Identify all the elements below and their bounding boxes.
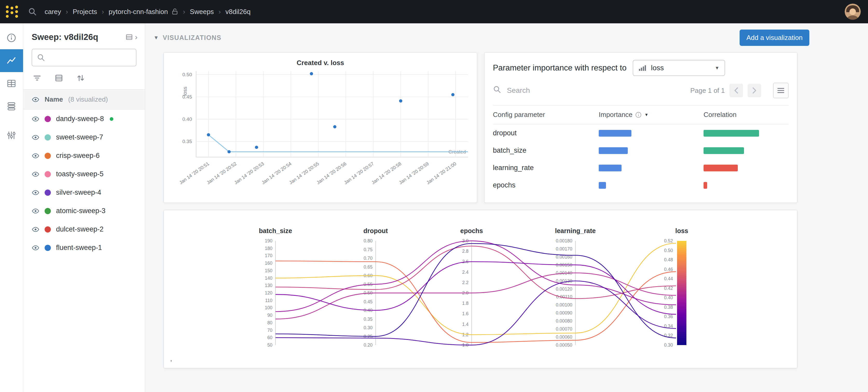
sweep-controls-icon[interactable]	[0, 124, 23, 147]
svg-text:0.00060: 0.00060	[556, 334, 572, 339]
svg-text:0.00070: 0.00070	[556, 326, 572, 332]
svg-text:loss: loss	[675, 227, 688, 234]
run-row[interactable]: fluent-sweep-1	[23, 238, 145, 257]
visibility-eye-icon[interactable]	[32, 226, 39, 233]
sort-desc-icon: ▼	[644, 112, 649, 117]
svg-text:70: 70	[267, 328, 272, 333]
name-column-label: Name	[44, 95, 63, 103]
importance-bar	[599, 147, 628, 154]
svg-text:loss: loss	[182, 87, 188, 96]
correlation-bar	[704, 147, 744, 154]
run-color-dot	[44, 134, 51, 140]
table-menu-button[interactable]	[773, 83, 788, 98]
breadcrumb-separator: ›	[66, 8, 68, 16]
svg-text:0.20: 0.20	[364, 342, 373, 348]
svg-text:180: 180	[265, 246, 273, 251]
importance-column-header[interactable]: Importance ▼	[599, 111, 704, 119]
run-row[interactable]: dulcet-sweep-2	[23, 220, 145, 238]
search-icon[interactable]	[28, 7, 37, 16]
importance-table-row[interactable]: dropout	[493, 125, 788, 142]
user-avatar[interactable]	[845, 4, 861, 20]
svg-text:0.65: 0.65	[364, 264, 373, 270]
svg-text:Jan 14 '20 20:52: Jan 14 '20 20:52	[206, 161, 238, 185]
chevron-right-icon	[752, 87, 756, 94]
svg-text:0.75: 0.75	[364, 247, 373, 252]
svg-text:130: 130	[265, 283, 273, 288]
runs-search-input[interactable]	[32, 49, 136, 66]
breadcrumb-item[interactable]: Projects	[73, 8, 97, 16]
runs-table-icon[interactable]	[0, 72, 23, 95]
visibility-eye-icon[interactable]	[32, 207, 39, 215]
run-row[interactable]: dandy-sweep-8	[23, 110, 145, 128]
importance-table-row[interactable]: epochs	[493, 176, 788, 194]
correlation-column-header[interactable]: Correlation	[704, 111, 788, 119]
parallel-coordinates-panel: batch_size190180170160150140130120110100…	[163, 210, 798, 368]
wandb-logo[interactable]	[0, 0, 24, 23]
group-icon[interactable]	[55, 74, 63, 83]
run-row[interactable]: atomic-sweep-3	[23, 202, 145, 220]
svg-text:1.6: 1.6	[462, 311, 469, 316]
svg-text:2.4: 2.4	[462, 270, 469, 275]
expand-runs-table-button[interactable]: ›	[125, 33, 137, 41]
filter-icon[interactable]	[33, 74, 41, 83]
importance-table-row[interactable]: batch_size	[493, 142, 788, 159]
visibility-eye-icon[interactable]	[32, 133, 39, 141]
breadcrumb-separator: ›	[183, 8, 185, 16]
svg-text:0.52: 0.52	[664, 238, 673, 243]
svg-text:Jan 14 '20 20:53: Jan 14 '20 20:53	[233, 161, 265, 185]
visibility-eye-icon[interactable]	[32, 189, 39, 197]
prev-page-button[interactable]	[730, 84, 743, 97]
next-page-button[interactable]	[748, 84, 761, 97]
svg-text:0.00180: 0.00180	[556, 238, 572, 243]
importance-search-input[interactable]	[506, 86, 686, 95]
svg-text:epochs: epochs	[460, 227, 483, 234]
importance-table-row[interactable]: learning_rate	[493, 159, 788, 176]
visualized-count: (8 visualized)	[68, 95, 108, 103]
metric-select[interactable]: loss ▼	[633, 60, 725, 76]
run-row[interactable]: sweet-sweep-7	[23, 128, 145, 146]
svg-text:0.36: 0.36	[664, 314, 673, 319]
config-parameter-name: dropout	[493, 129, 599, 137]
run-name: crisp-sweep-6	[56, 152, 100, 160]
svg-text:110: 110	[265, 298, 272, 303]
config-parameter-column-header[interactable]: Config parameter	[493, 111, 599, 119]
run-color-dot	[44, 226, 51, 233]
icon-rail	[0, 23, 23, 392]
breadcrumb-item[interactable]: v8dil26q	[225, 8, 251, 16]
chevron-down-icon: ▼	[715, 65, 719, 71]
svg-text:80: 80	[267, 320, 272, 325]
add-visualization-button[interactable]: Add a visualization	[740, 30, 809, 46]
svg-text:0.00090: 0.00090	[556, 311, 572, 316]
visibility-eye-icon[interactable]	[32, 115, 39, 123]
panel-footnote: ,	[170, 355, 172, 363]
run-color-dot	[44, 153, 51, 159]
visibility-eye-icon[interactable]	[32, 170, 39, 178]
run-row[interactable]: silver-sweep-4	[23, 183, 145, 202]
visibility-eye-icon[interactable]	[32, 244, 39, 252]
svg-text:batch_size: batch_size	[259, 227, 292, 234]
visibility-eye-icon[interactable]	[32, 96, 39, 103]
run-row[interactable]: toasty-sweep-5	[23, 165, 145, 183]
svg-text:60: 60	[267, 335, 272, 340]
visibility-eye-icon[interactable]	[32, 152, 39, 160]
breadcrumb-item[interactable]: pytorch-cnn-fashion	[109, 8, 168, 16]
svg-text:0.46: 0.46	[664, 267, 673, 272]
sort-icon[interactable]	[76, 74, 85, 83]
breadcrumb-item[interactable]: Sweeps	[190, 8, 214, 16]
svg-text:Jan 14 '20 20:54: Jan 14 '20 20:54	[261, 161, 292, 185]
svg-text:0.40: 0.40	[664, 295, 673, 300]
run-row[interactable]: crisp-sweep-6	[23, 146, 145, 165]
breadcrumb-item[interactable]: carey	[44, 8, 61, 16]
importance-panel-title: Parameter importance with respect to	[493, 63, 626, 73]
artifacts-icon[interactable]	[0, 95, 23, 118]
visualizations-section-toggle[interactable]: ▼ VISUALIZATIONS	[154, 34, 221, 41]
info-icon[interactable]	[0, 27, 23, 49]
lock-open-icon	[172, 8, 178, 15]
runs-list-header: Name (8 visualized)	[23, 89, 145, 110]
parallel-coordinates-chart[interactable]: batch_size190180170160150140130120110100…	[164, 215, 798, 358]
svg-text:Jan 14 '20 20:58: Jan 14 '20 20:58	[370, 161, 402, 185]
svg-text:Jan 14 '20 20:57: Jan 14 '20 20:57	[343, 161, 375, 185]
pagination-label: Page 1 of 1	[690, 87, 725, 95]
panels-icon[interactable]	[0, 49, 23, 72]
created-vs-loss-chart[interactable]: Jan 14 '20 20:51Jan 14 '20 20:52Jan 14 '…	[164, 68, 477, 199]
